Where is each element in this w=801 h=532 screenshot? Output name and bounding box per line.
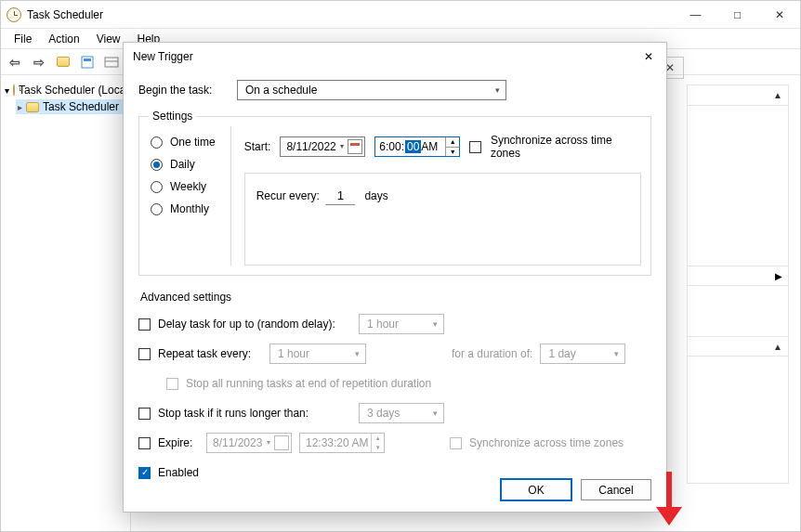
tree-library[interactable]: ▸ Task Scheduler Library [16,99,131,114]
delay-checkbox[interactable] [138,318,151,331]
toolbar-icon-1[interactable] [53,52,73,72]
close-window-button[interactable]: ✕ [758,1,800,29]
ok-button[interactable]: OK [501,479,571,500]
expire-sync-label: Synchronize across time zones [469,436,624,449]
svg-rect-2 [105,58,118,67]
maximize-button[interactable]: □ [716,1,758,29]
toolbar-icon-3[interactable] [101,52,122,72]
begin-task-label: Begin the task: [138,84,228,97]
svg-rect-1 [84,58,91,61]
menu-action[interactable]: Action [41,31,86,47]
enabled-checkbox[interactable] [138,467,151,479]
duration-label: for a duration of: [452,347,532,360]
settings-legend: Settings [149,110,196,123]
window-title-text: Task Scheduler [27,8,103,21]
freq-monthly[interactable]: Monthly [151,202,216,215]
duration-combo[interactable]: 1 day▾ [540,344,625,364]
start-date-picker[interactable]: 8/11/2022 ▾ [280,136,365,157]
new-trigger-dialog: New Trigger ✕ Begin the task: On a sched… [123,42,667,513]
actions-scroll[interactable]: ▶ [688,266,788,286]
calendar-icon [348,139,362,154]
begin-task-combo[interactable]: On a schedule ▾ [237,80,506,100]
sync-tz-checkbox[interactable] [469,141,481,153]
start-date-value: 8/11/2022 [286,140,335,153]
actions-header-1[interactable]: ▲ [688,85,788,106]
actions-pane: ▲ ▶ ▲ [687,84,789,484]
svg-rect-0 [82,57,93,68]
nav-back-button[interactable]: ⇦ [5,52,25,72]
menu-file[interactable]: File [7,31,39,47]
toolbar-icon-2[interactable] [77,52,98,72]
expire-sync-checkbox [450,437,462,449]
actions-header-2[interactable]: ▲ [688,336,788,357]
stop-if-checkbox[interactable] [138,408,151,420]
delay-label: Delay task for up to (random delay): [158,318,351,331]
dialog-close-button[interactable]: ✕ [635,43,663,71]
stop-running-checkbox [166,378,178,390]
repeat-combo[interactable]: 1 hour▾ [269,344,366,364]
tree-root[interactable]: ▾ Task Scheduler (Local) [5,81,126,99]
sync-tz-label: Synchronize across time zones [491,134,641,160]
freq-one-time[interactable]: One time [151,136,216,149]
start-minutes-selected: 00 [405,140,421,153]
recur-value-input[interactable] [325,187,355,205]
stop-if-label: Stop task if it runs longer than: [158,407,351,420]
expire-time-picker[interactable]: 12:33:20 AM▴▾ [299,433,385,453]
expire-checkbox[interactable] [138,437,151,449]
advanced-settings-label: Advanced settings [140,291,651,304]
app-icon-clock [7,7,21,22]
stop-if-combo[interactable]: 3 days▾ [359,403,444,423]
recur-label: Recur every: [256,189,320,202]
delay-combo[interactable]: 1 hour▾ [359,314,444,334]
repeat-label: Repeat task every: [158,347,262,360]
stop-running-label: Stop all running tasks at end of repetit… [186,377,431,390]
folder-icon [26,102,39,112]
begin-task-value: On a schedule [245,84,317,97]
freq-daily[interactable]: Daily [151,158,216,171]
chevron-down-icon: ▾ [495,85,500,95]
enabled-label: Enabled [158,466,199,479]
window-title: Task Scheduler [7,7,103,22]
freq-weekly[interactable]: Weekly [151,180,216,193]
time-spinner[interactable]: ▲▼ [445,137,459,156]
repeat-checkbox[interactable] [138,348,151,360]
nav-forward-button[interactable]: ⇨ [29,52,49,72]
calendar-icon [274,435,289,450]
minimize-button[interactable]: — [675,1,716,29]
expire-label: Expire: [158,436,199,449]
cancel-button[interactable]: Cancel [581,479,651,500]
dialog-title: New Trigger [133,50,193,63]
expire-date-picker[interactable]: 8/11/2023▾ [206,433,292,453]
recur-unit: days [364,189,387,202]
clock-icon [13,84,15,97]
start-time-picker[interactable]: 6:00:00 AM ▲▼ [374,136,460,157]
tree-root-label: Task Scheduler (Local) [19,84,131,97]
tree-library-label: Task Scheduler Library [43,100,131,113]
start-label: Start: [244,140,271,153]
